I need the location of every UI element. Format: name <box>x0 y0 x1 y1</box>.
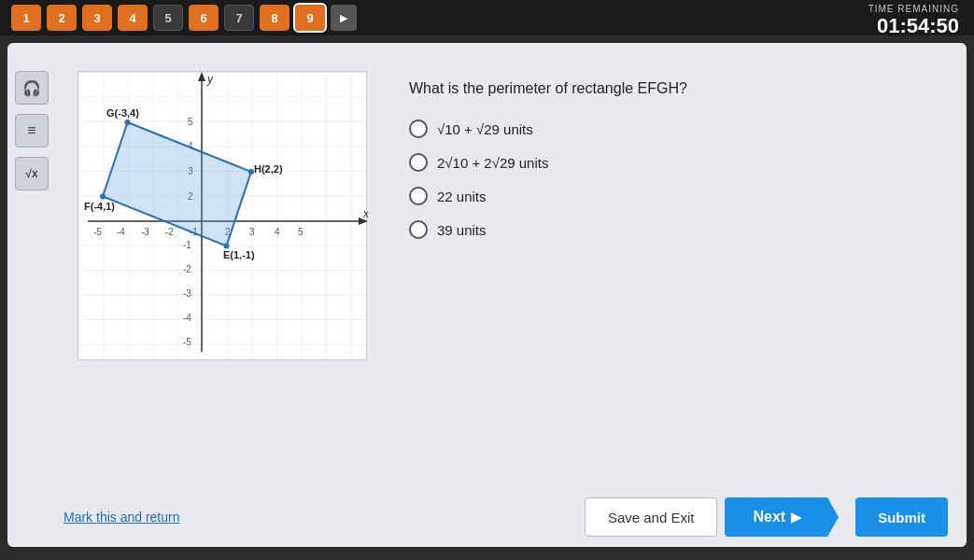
radio-option-1[interactable] <box>409 119 428 138</box>
top-navigation-bar: 1 2 3 4 5 6 7 8 9 ▶ TIME REMAINING 01:54… <box>0 0 974 35</box>
svg-text:E(1,-1): E(1,-1) <box>223 249 255 260</box>
submit-button[interactable]: Submit <box>855 497 948 537</box>
svg-text:4: 4 <box>275 227 280 237</box>
time-remaining-label: TIME REMAINING <box>868 4 959 14</box>
question-btn-7[interactable]: 7 <box>224 5 254 31</box>
option-4-label: 39 units <box>437 222 487 238</box>
next-button-label: Next <box>753 509 785 525</box>
option-2-label: 2√10 + 2√29 units <box>437 155 548 171</box>
svg-text:5: 5 <box>298 227 303 237</box>
point-F <box>100 194 106 200</box>
svg-text:-1: -1 <box>183 240 191 250</box>
notes-button[interactable]: ≡ <box>15 114 49 147</box>
point-H <box>248 169 254 175</box>
calculator-button[interactable]: √x <box>15 157 49 190</box>
left-toolbar: 🎧 ≡ √x <box>7 62 56 200</box>
svg-text:y: y <box>206 73 214 86</box>
svg-text:-4: -4 <box>183 313 191 323</box>
bottom-bar: Mark this and return Save and Exit Next … <box>7 491 967 547</box>
svg-text:x: x <box>362 207 368 220</box>
svg-text:F(-4,1): F(-4,1) <box>84 201 115 212</box>
svg-text:H(2,2): H(2,2) <box>254 163 283 175</box>
question-btn-1[interactable]: 1 <box>11 5 41 31</box>
radio-option-2[interactable] <box>409 153 428 172</box>
next-button[interactable]: Next ▶ <box>725 497 829 537</box>
svg-text:3: 3 <box>249 227 255 237</box>
question-btn-5[interactable]: 5 <box>153 5 183 31</box>
point-E <box>224 244 230 249</box>
question-btn-4[interactable]: 4 <box>118 5 148 31</box>
svg-text:-4: -4 <box>117 227 125 237</box>
mark-return-button[interactable]: Mark this and return <box>64 510 180 525</box>
options-list: √10 + √29 units 2√10 + 2√29 units 22 uni… <box>409 119 948 239</box>
time-remaining-value: 01:54:50 <box>868 14 959 38</box>
point-G <box>125 119 131 125</box>
question-btn-9[interactable]: 9 <box>295 5 325 31</box>
option-1-label: √10 + √29 units <box>437 121 533 137</box>
content-area: x y -1 -2 -3 -4 -5 2 3 4 5 2 3 <box>7 43 967 491</box>
option-1[interactable]: √10 + √29 units <box>409 119 948 138</box>
svg-text:-5: -5 <box>183 337 191 347</box>
main-content-panel: 🎧 ≡ √x <box>7 43 967 547</box>
question-btn-6[interactable]: 6 <box>189 5 219 31</box>
svg-text:5: 5 <box>188 117 193 127</box>
svg-text:-2: -2 <box>183 264 191 274</box>
option-3-label: 22 units <box>437 189 487 204</box>
option-3[interactable]: 22 units <box>409 187 948 205</box>
question-btn-8[interactable]: 8 <box>260 5 289 31</box>
svg-text:G(-3,4): G(-3,4) <box>106 107 139 119</box>
save-exit-button[interactable]: Save and Exit <box>585 497 718 537</box>
question-btn-3[interactable]: 3 <box>82 5 112 31</box>
svg-text:-3: -3 <box>141 227 149 237</box>
option-2[interactable]: 2√10 + 2√29 units <box>409 153 948 172</box>
svg-text:-3: -3 <box>183 288 191 299</box>
graph-container: x y -1 -2 -3 -4 -5 2 3 4 5 2 3 <box>64 62 381 491</box>
bottom-buttons-group: Save and Exit Next ▶ Submit <box>585 497 948 537</box>
next-arrow-icon: ▶ <box>791 510 801 525</box>
headphones-button[interactable]: 🎧 <box>15 71 49 105</box>
svg-text:-5: -5 <box>93 227 102 237</box>
question-text: What is the perimeter of rectangle EFGH? <box>409 80 948 97</box>
radio-option-3[interactable] <box>409 187 428 205</box>
time-remaining-display: TIME REMAINING 01:54:50 <box>868 4 959 38</box>
svg-text:-2: -2 <box>165 227 174 237</box>
graph-svg: x y -1 -2 -3 -4 -5 2 3 4 5 2 3 <box>78 72 368 361</box>
next-question-arrow[interactable]: ▶ <box>331 5 357 31</box>
radio-option-4[interactable] <box>409 220 428 239</box>
question-btn-2[interactable]: 2 <box>47 5 77 31</box>
coordinate-graph: x y -1 -2 -3 -4 -5 2 3 4 5 2 3 <box>78 71 367 360</box>
question-area: What is the perimeter of rectangle EFGH?… <box>409 62 948 491</box>
option-4[interactable]: 39 units <box>409 220 948 239</box>
